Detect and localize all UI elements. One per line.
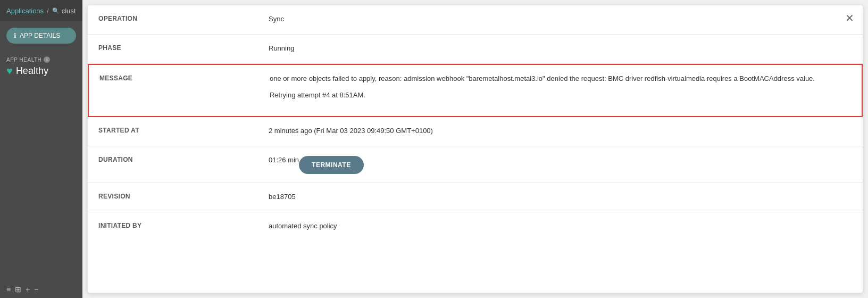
initiated-by-value: automated sync policy (258, 212, 863, 242)
main-content: ✕ OPERATION Sync PHASE Running MESSAGE o… (82, 0, 868, 298)
breadcrumb-home[interactable]: Applications (6, 7, 44, 15)
initiated-by-label: INITIATED BY (88, 212, 258, 242)
operation-label: OPERATION (88, 5, 258, 34)
message-value: one or more objects failed to apply, rea… (259, 65, 862, 116)
breadcrumb-current: 🔍 clust (52, 7, 76, 15)
app-details-label: APP DETAILS (20, 32, 60, 39)
close-button[interactable]: ✕ (845, 12, 854, 24)
app-health-label: APP HEALTH i (6, 56, 76, 63)
app-details-button[interactable]: ℹ APP DETAILS (6, 28, 76, 44)
operation-value: Sync (258, 5, 863, 34)
phase-row: PHASE Running (88, 35, 863, 64)
info-icon: ℹ (14, 32, 16, 39)
started-at-label: STARTED AT (88, 117, 258, 146)
phase-value: Running (258, 35, 863, 63)
terminate-button[interactable]: TERMINATE (299, 156, 364, 174)
health-status: ♥ Healthy (6, 65, 76, 77)
health-status-text: Healthy (16, 65, 48, 77)
add-icon[interactable]: + (26, 285, 30, 294)
heart-icon: ♥ (6, 65, 13, 77)
phase-label: PHASE (88, 35, 258, 63)
started-at-row: STARTED AT 2 minutes ago (Fri Mar 03 202… (88, 117, 863, 146)
duration-label: DURATION (88, 146, 258, 183)
revision-label: REVISION (88, 183, 258, 212)
breadcrumb-separator: / (47, 7, 49, 15)
initiated-by-row: INITIATED BY automated sync policy (88, 212, 863, 242)
list-view-icon[interactable]: ≡ (6, 285, 11, 294)
duration-value-area: 01:26 min TERMINATE (258, 146, 863, 183)
message-label: MESSAGE (89, 65, 259, 116)
operation-row: OPERATION Sync (88, 5, 863, 35)
duration-value: 01:26 min (269, 156, 299, 164)
revision-value: be18705 (258, 183, 863, 212)
breadcrumb-current-text: clust (62, 7, 76, 15)
started-at-value: 2 minutes ago (Fri Mar 03 2023 09:49:50 … (258, 117, 863, 146)
search-icon: 🔍 (52, 7, 60, 14)
duration-row: DURATION 01:26 min TERMINATE (88, 146, 863, 183)
sidebar: Applications / 🔍 clust ℹ APP DETAILS APP… (0, 0, 82, 298)
remove-icon[interactable]: − (34, 285, 38, 294)
sidebar-toolbar: ≡ ⊞ + − (0, 281, 82, 298)
message-line1: one or more objects failed to apply, rea… (270, 74, 815, 82)
breadcrumb: Applications / 🔍 clust (0, 0, 82, 21)
message-line2: Retrying attempt #4 at 8:51AM. (270, 91, 365, 99)
app-health-section: APP HEALTH i ♥ Healthy (0, 50, 82, 84)
message-row: MESSAGE one or more objects failed to ap… (88, 64, 863, 117)
detail-panel: ✕ OPERATION Sync PHASE Running MESSAGE o… (88, 5, 863, 293)
revision-row: REVISION be18705 (88, 183, 863, 212)
health-info-icon: i (44, 56, 50, 63)
grid-view-icon[interactable]: ⊞ (15, 285, 21, 294)
